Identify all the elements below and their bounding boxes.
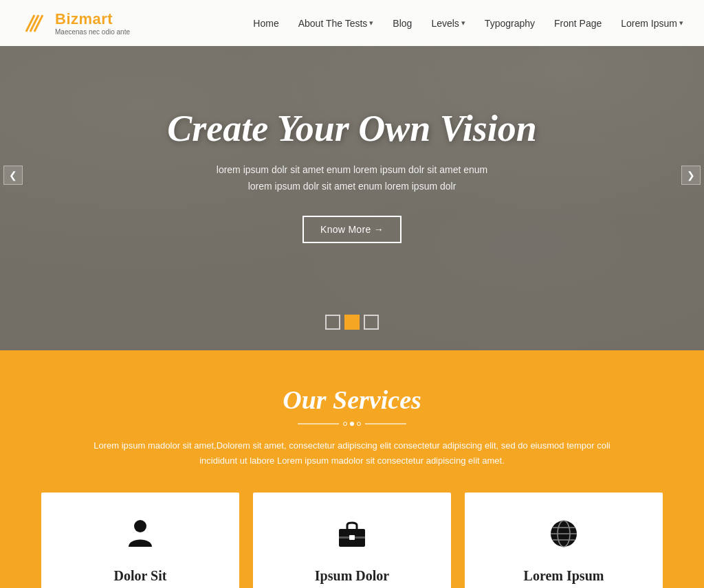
svg-line-1: [30, 15, 38, 32]
nav-item-about[interactable]: About The Tests: [298, 18, 374, 29]
svg-point-3: [134, 520, 146, 532]
hero-section: ❮ Create Your Own Vision lorem ipsum dol…: [0, 0, 704, 350]
nav-item-typography[interactable]: Typography: [485, 17, 535, 30]
logo-icon: [21, 10, 48, 37]
divider-dot-3: [357, 422, 361, 426]
navbar: Bizmart Maecenas nec odio ante Home Abou…: [0, 0, 704, 46]
hero-subtitle: lorem ipsum dolr sit amet enum lorem ips…: [167, 162, 537, 195]
slide-dot-3[interactable]: [364, 315, 379, 330]
divider-dots: [343, 422, 361, 426]
nav-item-frontpage[interactable]: Front Page: [554, 17, 602, 30]
hero-next-arrow[interactable]: ❯: [681, 166, 701, 185]
nav-item-home[interactable]: Home: [253, 17, 278, 30]
services-divider: [41, 422, 663, 426]
hero-slide-indicators: [325, 315, 379, 330]
service-title-2: Ipsum Dolor: [270, 568, 434, 584]
svg-line-2: [34, 15, 43, 32]
logo[interactable]: Bizmart Maecenas nec odio ante: [21, 10, 144, 37]
divider-line-right: [365, 423, 406, 425]
brand-tagline: Maecenas nec odio ante: [55, 28, 130, 36]
nav-item-blog[interactable]: Blog: [393, 17, 412, 30]
briefcase-icon: [270, 517, 434, 558]
services-title: Our Services: [41, 385, 663, 415]
divider-dot-1: [343, 422, 347, 426]
divider-dot-2: [350, 422, 354, 426]
globe-icon: [482, 517, 646, 558]
services-description: Lorem ipsum madolor sit amet,Dolorem sit…: [77, 438, 627, 468]
divider-line-left: [298, 423, 339, 425]
slide-dot-2[interactable]: [344, 315, 360, 330]
nav-item-levels[interactable]: Levels: [431, 18, 465, 29]
hero-cta-button[interactable]: Know More →: [302, 216, 402, 243]
service-card-1: Dolor Sit Lorem ipsum dolor sit amet, co…: [41, 493, 239, 588]
svg-rect-6: [349, 535, 355, 540]
service-card-2: Ipsum Dolor Lorem ipsum dolor sit amet, …: [253, 493, 451, 588]
services-cards-grid: Dolor Sit Lorem ipsum dolor sit amet, co…: [41, 493, 663, 588]
nav-item-lorem[interactable]: Lorem Ipsum: [621, 18, 683, 29]
logo-text: Bizmart Maecenas nec odio ante: [55, 10, 130, 36]
hero-title: Create Your Own Vision: [167, 107, 537, 150]
brand-name: Bizmart: [55, 10, 130, 28]
services-section: Our Services Lorem ipsum madolor sit ame…: [0, 350, 704, 588]
slide-dot-1[interactable]: [325, 315, 340, 330]
service-card-3: Lorem Ipsum Lorem ipsum dolor sit amet, …: [465, 493, 663, 588]
svg-line-0: [26, 15, 34, 32]
service-title-1: Dolor Sit: [58, 568, 222, 584]
hero-prev-arrow[interactable]: ❮: [3, 166, 23, 185]
hero-content: Create Your Own Vision lorem ipsum dolr …: [153, 107, 551, 243]
person-icon: [58, 517, 222, 558]
nav-links: Home About The Tests Blog Levels Typogra…: [253, 17, 683, 30]
service-title-3: Lorem Ipsum: [482, 568, 646, 584]
